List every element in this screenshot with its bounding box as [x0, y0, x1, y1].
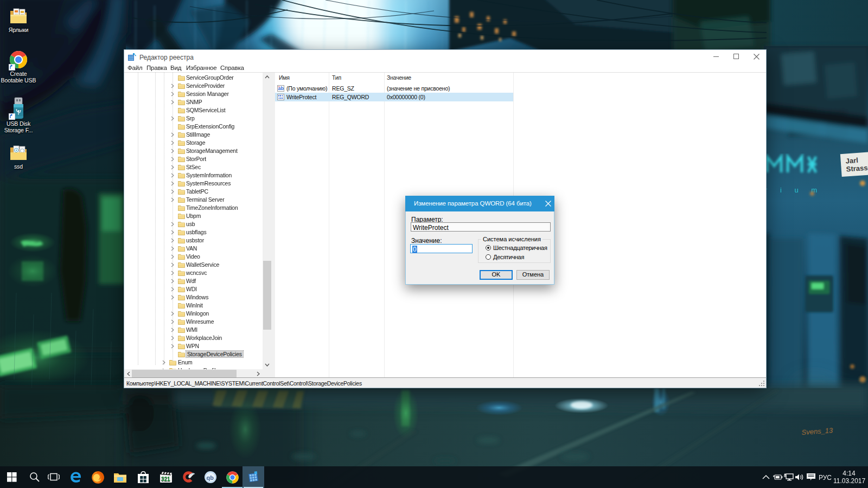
- svg-text:Strasse: Strasse: [846, 163, 868, 173]
- svg-text:321: 321: [161, 476, 170, 482]
- svg-text:qb: qb: [207, 474, 214, 481]
- svg-text:ab: ab: [278, 86, 284, 91]
- svg-text:Jarl: Jarl: [845, 156, 858, 165]
